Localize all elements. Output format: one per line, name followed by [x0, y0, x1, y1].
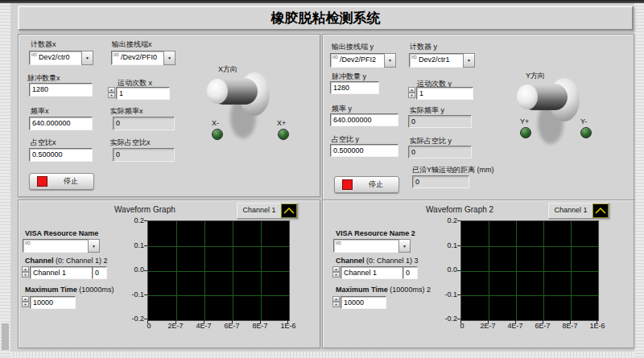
y-minus-label: Y-	[580, 117, 587, 126]
x-axis-tick-label: 8E-7	[558, 322, 582, 330]
y-freq-field[interactable]: 640.000000	[330, 113, 398, 126]
x-moves-field[interactable]: 1	[116, 87, 170, 100]
x-moves-stepper[interactable]: ▲ ▼	[108, 87, 115, 98]
stop-square-icon	[37, 176, 47, 187]
spin-up-icon[interactable]: ▲	[22, 266, 29, 272]
graph2-legend[interactable]: Channel 1	[548, 203, 609, 219]
y-tick-mark	[144, 220, 147, 221]
channel-label-rest: (0: Channel 1) 3	[365, 257, 419, 265]
y-axis-tick-label: -0.1	[436, 290, 457, 298]
x-plus-led	[278, 129, 289, 140]
y-stop-button[interactable]: 停止	[334, 176, 399, 193]
x-freq-field[interactable]: 640.000000	[29, 117, 93, 130]
graph2-channel-label: Channel (0: Channel 1) 3	[336, 257, 419, 265]
spin-down-icon[interactable]: ▼	[332, 302, 340, 307]
x-terminal-combo[interactable]: I/O /Dev2/PFI0	[111, 51, 167, 65]
x-counter-combo[interactable]: I/O Dev2/ctr0	[29, 51, 85, 65]
legend-plot-icon[interactable]	[281, 204, 297, 218]
y-moves-field[interactable]: 1	[416, 87, 473, 100]
graph1-channel-stepper[interactable]: ▲ ▼	[22, 266, 29, 278]
x-counter-label: 计数器x	[31, 40, 56, 49]
x-pulse-field[interactable]: 1280	[29, 83, 93, 97]
left-scrollbar-thumb	[2, 323, 9, 350]
io-icon: I/O	[114, 53, 119, 57]
y-pulse-field[interactable]: 1280	[330, 81, 379, 94]
x-counter-value: Dev2/ctr0	[39, 53, 70, 62]
y-terminal-dropdown-button[interactable]: ▼	[384, 53, 396, 68]
spin-up-icon[interactable]: ▲	[108, 87, 115, 93]
spin-up-icon[interactable]: ▲	[332, 296, 340, 302]
spin-down-icon[interactable]: ▼	[22, 302, 29, 307]
graph1-visa-combo[interactable]: I/O	[23, 239, 92, 253]
graph1-visa-dropdown-button[interactable]: ▼	[88, 239, 100, 253]
graph2-channel-stepper[interactable]: ▲ ▼	[332, 266, 340, 278]
graph1-channel-field[interactable]: Channel 1	[30, 266, 94, 279]
y-tick-mark	[457, 294, 460, 295]
chevron-down-icon: ▼	[467, 58, 471, 63]
graph1-legend[interactable]: Channel 1	[237, 203, 298, 219]
graph2-channel-index-field[interactable]: 0	[402, 266, 418, 279]
graph2-maxtime-label: Maximum Time (10000ms) 2	[336, 286, 431, 294]
graph2-maxtime-field[interactable]: 10000	[341, 296, 386, 309]
io-icon: I/O	[332, 56, 338, 60]
graph1-channel-index-field[interactable]: 0	[92, 266, 107, 279]
x-axis-tick-label: 1E-6	[276, 322, 300, 330]
y-counter-dropdown-button[interactable]: ▼	[463, 53, 475, 68]
graph2-plot-area	[460, 220, 599, 321]
y-duty-field[interactable]: 0.500000	[330, 144, 398, 157]
x-actual-duty-indicator: 0	[113, 148, 175, 162]
legend-plot-icon[interactable]	[592, 204, 609, 218]
graph2-visa-dropdown-button[interactable]: ▼	[398, 239, 411, 253]
x-stop-button[interactable]: 停止	[29, 173, 94, 190]
graph2-maxtime-stepper[interactable]: ▲ ▼	[332, 296, 340, 307]
spin-up-icon[interactable]: ▲	[332, 266, 340, 272]
gridline	[461, 271, 598, 272]
y-tick-mark	[144, 270, 147, 271]
graph2-title: Waveform Graph 2	[426, 205, 493, 214]
spin-up-icon[interactable]: ▲	[22, 296, 29, 302]
graph2-channel-field[interactable]: Channel 1	[341, 266, 405, 279]
io-icon: I/O	[25, 241, 31, 245]
y-axis-tick-label: 0.2	[436, 216, 457, 224]
y-tick-mark	[144, 319, 147, 319]
graph2-legend-label: Channel 1	[549, 204, 592, 218]
y-pulse-label: 脉冲数量 y	[332, 72, 366, 81]
spin-down-icon[interactable]: ▼	[108, 93, 115, 98]
spin-up-icon[interactable]: ▲	[408, 87, 415, 93]
y-actual-duty-indicator: 0	[408, 146, 472, 158]
graph1-maxtime-field[interactable]: 10000	[30, 296, 76, 309]
io-icon: I/O	[31, 53, 37, 57]
chevron-down-icon: ▼	[388, 58, 392, 63]
spin-down-icon[interactable]: ▼	[332, 272, 340, 278]
y-moves-stepper[interactable]: ▲ ▼	[408, 87, 415, 98]
y-stop-label: 停止	[369, 179, 383, 190]
x-axis-tick-label: 4E-7	[503, 322, 527, 330]
x-axis-tick-label: 2E-7	[476, 322, 500, 330]
x-axis-tick-label: 0	[137, 322, 161, 330]
chevron-down-icon: ▼	[85, 56, 89, 60]
y-counter-combo[interactable]: I/O Dev2/ctr1	[409, 53, 466, 68]
y-terminal-combo[interactable]: I/O /Dev2/PFI2	[330, 53, 387, 68]
title-banner: 橡胶脱粘检测系统	[18, 6, 634, 31]
y-axis-tick-label: 0.0	[122, 265, 144, 274]
graph1-maxtime-stepper[interactable]: ▲ ▼	[22, 296, 29, 307]
x-actual-duty-label: 实际占空比x	[110, 138, 151, 147]
channel-label-bold: Channel	[25, 257, 54, 265]
y-actual-duty-label: 实际占空比 y	[410, 137, 452, 146]
x-duty-field[interactable]: 0.500000	[29, 148, 93, 162]
x-duty-label: 占空比x	[31, 138, 56, 147]
graph2-visa-combo[interactable]: I/O	[333, 239, 402, 253]
x-terminal-dropdown-button[interactable]: ▼	[163, 51, 175, 65]
y-minus-led	[580, 127, 592, 138]
graph1-legend-label: Channel 1	[237, 204, 281, 218]
x-counter-dropdown-button[interactable]: ▼	[81, 51, 93, 65]
spin-down-icon[interactable]: ▼	[408, 93, 415, 98]
maxtime-label-rest: (10000ms)	[77, 286, 114, 294]
y-distance-indicator: 0	[412, 175, 469, 188]
x-minus-label: X-	[212, 119, 219, 128]
graph1-plot-area	[147, 220, 290, 321]
spin-down-icon[interactable]: ▼	[22, 272, 29, 278]
x-minus-led	[212, 129, 223, 140]
y-distance-label: 已沿Y轴运动的距离 (mm)	[412, 166, 494, 175]
y-tick-mark	[457, 270, 460, 271]
